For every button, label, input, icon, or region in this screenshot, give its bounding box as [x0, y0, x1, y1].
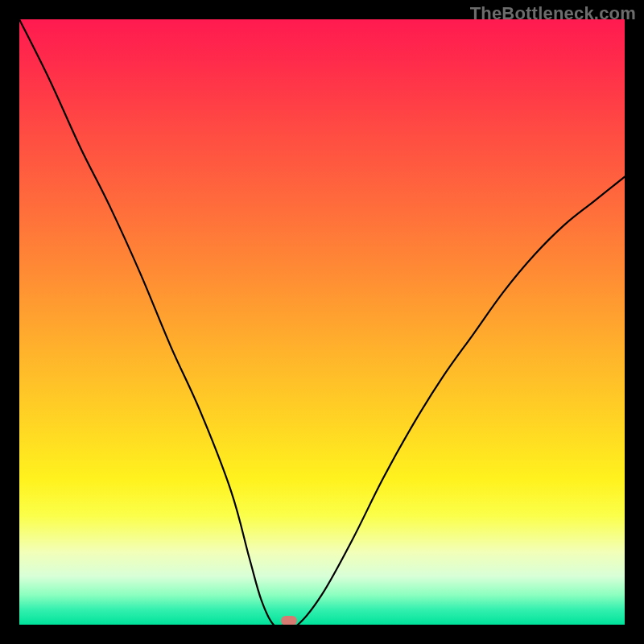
watermark-text: TheBottleneck.com: [470, 3, 636, 24]
bottleneck-curve: [19, 19, 625, 625]
optimum-marker: [281, 616, 297, 625]
plot-area: [19, 19, 625, 625]
chart-frame: TheBottleneck.com: [0, 0, 644, 644]
